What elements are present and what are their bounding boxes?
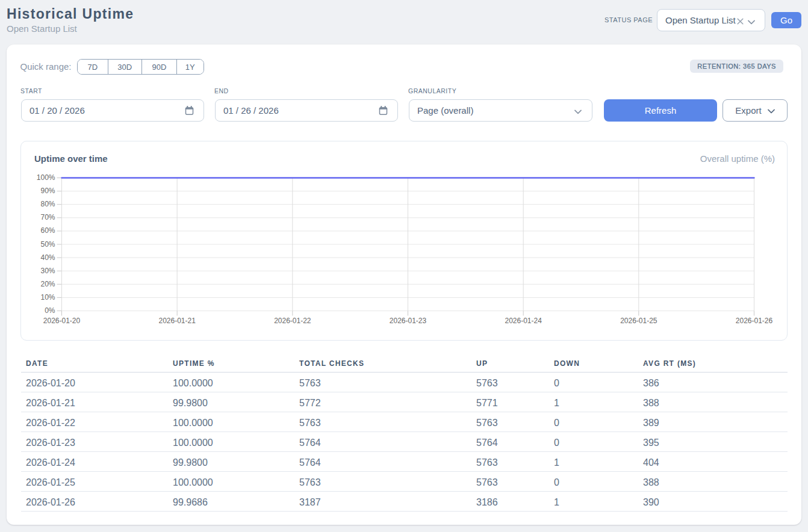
table-cell: 99.9800 <box>168 452 294 472</box>
quick-range-7d-button[interactable]: 7D <box>78 60 108 74</box>
quick-range-group: 7D 30D 90D 1Y <box>77 59 204 75</box>
svg-text:2026-01-20: 2026-01-20 <box>43 317 81 325</box>
table-row: 2026-01-2499.9800576457631404 <box>21 452 788 472</box>
svg-text:40%: 40% <box>40 253 55 262</box>
svg-text:2026-01-25: 2026-01-25 <box>620 317 657 325</box>
status-page-select[interactable]: Open Startup List <box>657 9 765 31</box>
col-header-down: DOWN <box>549 354 638 373</box>
table-cell: 100.0000 <box>168 432 294 452</box>
table-cell: 5764 <box>294 452 471 472</box>
svg-text:0%: 0% <box>45 306 55 315</box>
end-date-input[interactable]: 01 / 26 / 2026 <box>215 99 398 122</box>
table-cell: 404 <box>638 452 788 472</box>
table-cell: 5772 <box>294 392 471 412</box>
table-cell: 5764 <box>471 432 549 452</box>
status-page-label: STATUS PAGE <box>604 16 653 23</box>
table-cell: 386 <box>638 373 788 392</box>
table-cell: 5763 <box>471 373 549 392</box>
export-button-label: Export <box>735 105 761 116</box>
table-row: 2026-01-22100.0000576357630389 <box>21 412 788 432</box>
svg-text:2026-01-24: 2026-01-24 <box>505 317 542 325</box>
granularity-select[interactable]: Page (overall) <box>409 99 592 122</box>
calendar-icon[interactable] <box>185 106 194 115</box>
svg-text:2026-01-23: 2026-01-23 <box>390 317 427 325</box>
table-cell: 0 <box>549 432 638 452</box>
table-cell: 0 <box>549 472 638 492</box>
table-cell: 2026-01-24 <box>21 452 168 472</box>
export-button[interactable]: Export <box>723 99 788 122</box>
chevron-down-icon <box>768 109 775 114</box>
table-cell: 2026-01-25 <box>21 472 168 492</box>
end-date-label: END <box>214 87 229 94</box>
table-row: 2026-01-2699.9686318731861390 <box>21 492 788 512</box>
svg-text:2026-01-22: 2026-01-22 <box>274 317 311 325</box>
uptime-chart-panel: Uptime over time Overall uptime (%) 0%10… <box>20 141 788 341</box>
col-header-avg-rt: AVG RT (MS) <box>638 354 788 373</box>
quick-range-label: Quick range: <box>20 61 72 72</box>
svg-text:70%: 70% <box>40 213 55 221</box>
svg-text:20%: 20% <box>40 280 55 288</box>
svg-text:10%: 10% <box>40 293 55 302</box>
table-cell: 0 <box>549 373 638 392</box>
clear-selection-icon[interactable] <box>737 18 744 25</box>
table-cell: 389 <box>638 412 788 432</box>
svg-text:50%: 50% <box>40 240 55 249</box>
table-cell: 99.9800 <box>168 392 294 412</box>
end-date-value: 01 / 26 / 2026 <box>223 105 279 116</box>
svg-text:2026-01-21: 2026-01-21 <box>158 317 196 325</box>
quick-range-90d-button[interactable]: 90D <box>141 60 176 74</box>
table-cell: 5763 <box>471 472 549 492</box>
table-cell: 2026-01-26 <box>21 492 168 512</box>
quick-range-1y-button[interactable]: 1Y <box>176 60 204 74</box>
start-date-value: 01 / 20 / 2026 <box>30 105 85 116</box>
start-date-input[interactable]: 01 / 20 / 2026 <box>21 99 204 122</box>
table-cell: 388 <box>638 392 788 412</box>
page-title: Historical Uptime <box>7 6 134 22</box>
granularity-label: GRANULARITY <box>408 87 456 94</box>
table-row: 2026-01-2199.9800577257711388 <box>21 392 788 412</box>
svg-text:30%: 30% <box>40 267 55 275</box>
table-cell: 1 <box>549 452 638 472</box>
chevron-down-icon <box>574 110 582 114</box>
main-panel: Quick range: 7D 30D 90D 1Y RETENTION: 36… <box>7 45 801 525</box>
col-header-date: DATE <box>21 354 168 373</box>
table-cell: 100.0000 <box>168 412 294 432</box>
granularity-value: Page (overall) <box>417 105 473 116</box>
table-cell: 5771 <box>471 392 549 412</box>
table-cell: 3186 <box>471 492 549 512</box>
table-cell: 0 <box>549 412 638 432</box>
col-header-up: UP <box>471 354 549 373</box>
table-cell: 1 <box>549 392 638 412</box>
svg-text:80%: 80% <box>40 200 55 208</box>
status-page-selected-value: Open Startup List <box>665 15 736 25</box>
table-cell: 5763 <box>294 373 471 392</box>
page-subtitle: Open Startup List <box>7 23 77 34</box>
table-cell: 100.0000 <box>168 472 294 492</box>
go-button[interactable]: Go <box>771 12 801 28</box>
table-cell: 2026-01-20 <box>21 373 168 392</box>
table-cell: 5763 <box>471 452 549 472</box>
table-row: 2026-01-20100.0000576357630386 <box>21 373 788 392</box>
table-row: 2026-01-25100.0000576357630388 <box>21 472 788 492</box>
table-cell: 2026-01-23 <box>21 432 168 452</box>
table-header-row: DATE UPTIME % TOTAL CHECKS UP DOWN AVG R… <box>21 354 788 373</box>
table-cell: 5764 <box>294 432 471 452</box>
table-row: 2026-01-23100.0000576457640395 <box>21 432 788 452</box>
table-cell: 395 <box>638 432 788 452</box>
table-cell: 3187 <box>294 492 471 512</box>
table-cell: 388 <box>638 472 788 492</box>
calendar-icon[interactable] <box>379 106 388 115</box>
svg-text:2026-01-26: 2026-01-26 <box>736 317 773 325</box>
svg-text:100%: 100% <box>37 173 55 182</box>
quick-range-30d-button[interactable]: 30D <box>108 60 142 74</box>
table-cell: 5763 <box>294 472 471 492</box>
col-header-total-checks: TOTAL CHECKS <box>294 354 471 373</box>
uptime-line-chart: 0%10%20%30%40%50%60%70%80%90%100%2026-01… <box>21 141 787 340</box>
svg-text:60%: 60% <box>40 226 55 235</box>
table-cell: 5763 <box>294 412 471 432</box>
table-cell: 5763 <box>471 412 549 432</box>
col-header-uptime: UPTIME % <box>168 354 294 373</box>
uptime-table: DATE UPTIME % TOTAL CHECKS UP DOWN AVG R… <box>21 354 788 512</box>
refresh-button[interactable]: Refresh <box>604 99 717 122</box>
chevron-down-icon <box>748 20 755 25</box>
